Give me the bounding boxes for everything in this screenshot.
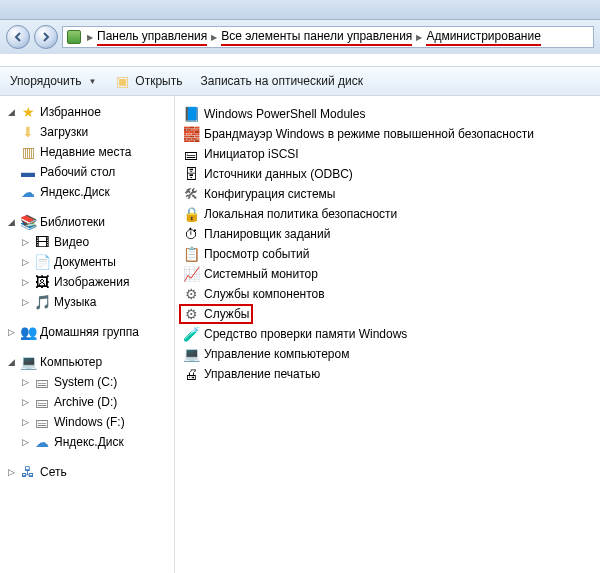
expand-icon[interactable]: ▷	[20, 377, 30, 387]
tree-item-desktop[interactable]: ▬ Рабочий стол	[0, 162, 174, 182]
list-item[interactable]: ⏱Планировщик заданий	[179, 224, 596, 244]
drive-icon: 🖴	[34, 414, 50, 430]
list-item[interactable]: 🛠Конфигурация системы	[179, 184, 596, 204]
network-icon: 🖧	[20, 464, 36, 480]
item-label: Службы	[204, 307, 249, 321]
collapse-icon[interactable]: ◢	[6, 107, 16, 117]
list-item[interactable]: 🧱Брандмауэр Windows в режиме повышенной …	[179, 124, 596, 144]
expand-icon[interactable]: ▷	[20, 237, 30, 247]
tree-item-drive-c[interactable]: ▷ 🖴 System (C:)	[0, 372, 174, 392]
expand-icon[interactable]: ▷	[20, 397, 30, 407]
toolbar-label: Упорядочить	[10, 74, 81, 88]
cloud-icon: ☁	[34, 434, 50, 450]
tree-item-label: Недавние места	[40, 145, 131, 159]
folder-open-icon: ▣	[114, 73, 130, 89]
tree-item-downloads[interactable]: ⬇ Загрузки	[0, 122, 174, 142]
list-item[interactable]: 🔒Локальная политика безопасности	[179, 204, 596, 224]
back-button[interactable]	[6, 25, 30, 49]
item-label: Управление компьютером	[204, 347, 349, 361]
list-item[interactable]: 🗄Источники данных (ODBC)	[179, 164, 596, 184]
burn-button[interactable]: Записать на оптический диск	[200, 74, 363, 88]
list-item[interactable]: 💻Управление компьютером	[179, 344, 596, 364]
navigation-bar: ▶ Панель управления ▶ Все элементы панел…	[0, 20, 600, 54]
tree-item-label: Archive (D:)	[54, 395, 117, 409]
tree-label: Домашняя группа	[40, 325, 139, 339]
tree-item-drive-d[interactable]: ▷ 🖴 Archive (D:)	[0, 392, 174, 412]
expand-icon[interactable]: ▷	[6, 327, 16, 337]
navigation-pane: ◢ ★ Избранное ⬇ Загрузки ▥ Недавние мест…	[0, 96, 175, 573]
tree-item-music[interactable]: ▷ 🎵 Музыка	[0, 292, 174, 312]
item-label: Средство проверки памяти Windows	[204, 327, 407, 341]
location-icon	[67, 30, 81, 44]
tree-item-yandex-drive[interactable]: ▷ ☁ Яндекс.Диск	[0, 432, 174, 452]
list-item[interactable]: 📋Просмотр событий	[179, 244, 596, 264]
tree-group-network: ▷ 🖧 Сеть	[0, 462, 174, 482]
list-item[interactable]: ⚙Службы компонентов	[179, 284, 596, 304]
item-label: Системный монитор	[204, 267, 318, 281]
chevron-down-icon: ▼	[88, 77, 96, 86]
libraries-icon: 📚	[20, 214, 36, 230]
tree-header-network[interactable]: ▷ 🖧 Сеть	[0, 462, 174, 482]
odbc-icon: 🗄	[183, 166, 199, 182]
tree-header-libraries[interactable]: ◢ 📚 Библиотеки	[0, 212, 174, 232]
expand-icon[interactable]: ▷	[20, 257, 30, 267]
item-label: Конфигурация системы	[204, 187, 335, 201]
tree-label: Компьютер	[40, 355, 102, 369]
pictures-icon: 🖼	[34, 274, 50, 290]
toolbar-label: Записать на оптический диск	[200, 74, 363, 88]
item-label: Планировщик заданий	[204, 227, 330, 241]
tree-label: Библиотеки	[40, 215, 105, 229]
list-item[interactable]: 📘Windows PowerShell Modules	[179, 104, 596, 124]
shortcut-icon: 📘	[183, 106, 199, 122]
tree-header-homegroup[interactable]: ▷ 👥 Домашняя группа	[0, 322, 174, 342]
expand-icon[interactable]: ▷	[20, 417, 30, 427]
item-label: Управление печатью	[204, 367, 320, 381]
music-icon: 🎵	[34, 294, 50, 310]
tree-item-label: Загрузки	[40, 125, 88, 139]
breadcrumb-seg-3[interactable]: Администрирование	[426, 29, 540, 46]
drive-icon: 🖴	[34, 374, 50, 390]
organize-button[interactable]: Упорядочить ▼	[10, 74, 96, 88]
list-item[interactable]: 📈Системный монитор	[179, 264, 596, 284]
item-label: Службы компонентов	[204, 287, 325, 301]
tree-group-libraries: ◢ 📚 Библиотеки ▷ 🎞 Видео ▷ 📄 Документы ▷…	[0, 212, 174, 312]
address-bar[interactable]: ▶ Панель управления ▶ Все элементы панел…	[62, 26, 594, 48]
window-titlebar	[0, 0, 600, 20]
tree-item-recent[interactable]: ▥ Недавние места	[0, 142, 174, 162]
expand-icon[interactable]: ▷	[20, 437, 30, 447]
collapse-icon[interactable]: ◢	[6, 357, 16, 367]
tree-item-label: Рабочий стол	[40, 165, 115, 179]
tree-item-label: Изображения	[54, 275, 129, 289]
event-viewer-icon: 📋	[183, 246, 199, 262]
list-item[interactable]: 🖴Инициатор iSCSI	[179, 144, 596, 164]
expand-icon[interactable]: ▷	[20, 297, 30, 307]
downloads-icon: ⬇	[20, 124, 36, 140]
list-item[interactable]: 🧪Средство проверки памяти Windows	[179, 324, 596, 344]
tree-item-videos[interactable]: ▷ 🎞 Видео	[0, 232, 174, 252]
file-list: 📘Windows PowerShell Modules 🧱Брандмауэр …	[175, 96, 600, 573]
tree-header-favorites[interactable]: ◢ ★ Избранное	[0, 102, 174, 122]
list-item[interactable]: 🖨Управление печатью	[179, 364, 596, 384]
tree-item-label: Документы	[54, 255, 116, 269]
breadcrumb-seg-1[interactable]: Панель управления	[97, 29, 207, 46]
msconfig-icon: 🛠	[183, 186, 199, 202]
tree-item-drive-f[interactable]: ▷ 🖴 Windows (F:)	[0, 412, 174, 432]
tree-group-homegroup: ▷ 👥 Домашняя группа	[0, 322, 174, 342]
tree-header-computer[interactable]: ◢ 💻 Компьютер	[0, 352, 174, 372]
open-button[interactable]: ▣ Открыть	[114, 73, 182, 89]
expand-icon[interactable]: ▷	[20, 277, 30, 287]
content-area: ◢ ★ Избранное ⬇ Загрузки ▥ Недавние мест…	[0, 96, 600, 573]
tree-item-pictures[interactable]: ▷ 🖼 Изображения	[0, 272, 174, 292]
tree-item-yandex[interactable]: ☁ Яндекс.Диск	[0, 182, 174, 202]
expand-icon[interactable]: ▷	[6, 467, 16, 477]
collapse-icon[interactable]: ◢	[6, 217, 16, 227]
item-label: Источники данных (ODBC)	[204, 167, 353, 181]
tree-item-label: Яндекс.Диск	[40, 185, 110, 199]
print-mgmt-icon: 🖨	[183, 366, 199, 382]
list-item-services[interactable]: ⚙Службы	[179, 304, 253, 324]
tree-item-documents[interactable]: ▷ 📄 Документы	[0, 252, 174, 272]
tree-item-label: Яндекс.Диск	[54, 435, 124, 449]
tree-label: Избранное	[40, 105, 101, 119]
breadcrumb-seg-2[interactable]: Все элементы панели управления	[221, 29, 412, 46]
forward-button[interactable]	[34, 25, 58, 49]
